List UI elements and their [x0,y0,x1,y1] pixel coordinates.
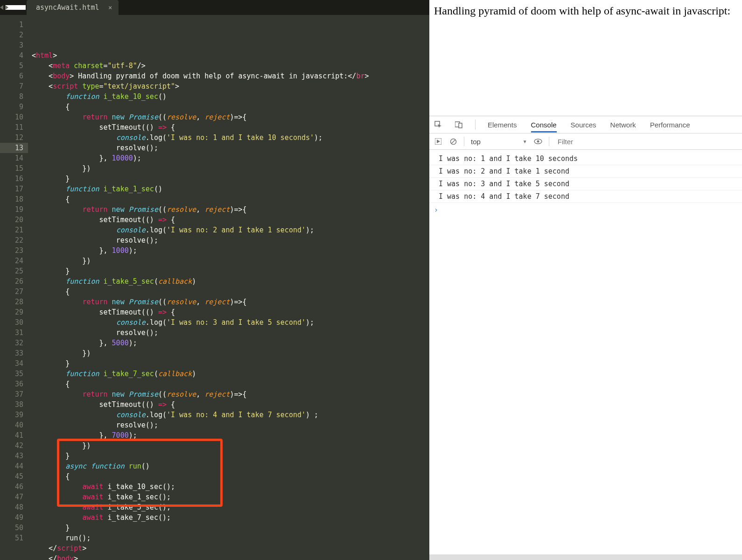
code-line: function i_take_1_sec() [32,184,429,194]
line-number: 27 [0,287,23,297]
devtools-tab-performance[interactable]: Performance [650,117,690,133]
bottom-strip [429,554,742,560]
close-icon[interactable]: × [108,4,112,11]
line-number: 17 [0,184,23,194]
editor-tab-active[interactable]: asyncAwait.html × [27,0,119,15]
code-line: } [32,451,429,461]
line-number: 43 [0,451,23,461]
code-line: setTimeout(() => { [32,122,429,133]
console-log-entry: I was no: 4 and I take 7 second [429,190,742,203]
code-area[interactable]: <html> <meta charset="utf-8"/> <body> Ha… [28,15,429,560]
line-number: 38 [0,399,23,410]
line-number: 46 [0,482,23,492]
inspect-element-icon[interactable] [434,120,442,129]
svg-point-7 [537,140,539,143]
line-number: 49 [0,512,23,523]
console-filter-input[interactable] [556,136,737,147]
editor-tabbar: asyncAwait.html × [0,0,429,15]
devtools-tabbar: ElementsConsoleSourcesNetworkPerformance [429,116,742,133]
line-number: 6 [0,71,23,81]
code-line: } [32,174,429,184]
code-line: await i_take_5_sec(); [32,502,429,512]
editor-nav-arrows[interactable] [0,0,26,15]
line-number: 31 [0,328,23,338]
line-number: 45 [0,471,23,482]
code-line: } [32,266,429,276]
line-number: 40 [0,420,23,430]
console-prompt[interactable]: › [429,203,742,217]
execution-play-icon[interactable] [434,137,442,146]
code-line: await i_take_1_sec(); [32,492,429,502]
line-number: 4 [0,50,23,61]
code-editor-panel: asyncAwait.html × 1234567891011121314151… [0,0,429,560]
line-number: 28 [0,297,23,307]
line-number: 35 [0,369,23,379]
clear-console-icon[interactable] [449,137,457,146]
line-number: 32 [0,338,23,348]
console-log-entry: I was no: 3 and I take 5 second [429,178,742,190]
execution-context-selector[interactable]: top ▼ [471,138,527,146]
line-number: 47 [0,492,23,502]
line-number: 36 [0,379,23,389]
device-toolbar-icon[interactable] [455,120,463,129]
code-line: <body> Handling pyramid of doom with hel… [32,71,429,81]
console-toolbar: top ▼ [429,133,742,150]
code-line: resolve(); [32,420,429,430]
code-line: { [32,194,429,204]
line-number: 11 [0,122,23,133]
line-number: 8 [0,91,23,102]
line-number: 15 [0,163,23,174]
code-line: async function run() [32,461,429,471]
code-line: return new Promise((resolve, reject)=>{ [32,297,429,307]
devtools-tab-console[interactable]: Console [531,117,557,133]
code-line: }, 1000); [32,245,429,256]
code-line: </script> [32,543,429,553]
code-line: await i_take_10_sec(); [32,482,429,492]
separator [475,119,476,130]
code-line: resolve(); [32,328,429,338]
line-number: 39 [0,410,23,420]
line-number: 33 [0,348,23,358]
code-line: { [32,287,429,297]
devtools-panel: ElementsConsoleSourcesNetworkPerformance… [429,116,742,554]
editor-tab-title: asyncAwait.html [36,3,99,12]
line-number: 5 [0,61,23,71]
code-line: setTimeout(() => { [32,215,429,225]
code-line: run(); [32,533,429,543]
code-line: <html> [32,50,429,61]
live-expression-icon[interactable] [534,137,542,146]
code-line: function i_take_10_sec() [32,91,429,102]
line-number: 21 [0,225,23,235]
code-line: }) [32,163,429,174]
devtools-tab-network[interactable]: Network [610,117,636,133]
line-number: 42 [0,441,23,451]
line-number: 7 [0,81,23,91]
line-number: 37 [0,389,23,399]
code-line: console.log('I was no: 2 and I take 1 se… [32,225,429,235]
code-line: console.log('I was no: 3 and I take 5 se… [32,317,429,328]
line-number: 13 [0,143,28,153]
line-number: 22 [0,235,23,245]
code-line: <meta charset="utf-8"/> [32,61,429,71]
line-number: 25 [0,266,23,276]
line-number: 10 [0,112,23,122]
code-line: } [32,523,429,533]
line-number: 12 [0,133,23,143]
code-line: { [32,379,429,389]
code-line: }, 7000); [32,430,429,441]
line-number: 16 [0,174,23,184]
separator [464,137,464,146]
devtools-tab-sources[interactable]: Sources [571,117,596,133]
code-line: }) [32,441,429,451]
devtools-tab-elements[interactable]: Elements [488,117,517,133]
editor-body: 1234567891011121314151617181920212223242… [0,15,429,560]
page-body-text: Handling pyramid of doom with help of as… [434,5,730,17]
code-line: }) [32,348,429,358]
console-output[interactable]: I was no: 1 and I take 10 secondsI was n… [429,150,742,554]
line-number: 9 [0,102,23,112]
code-line: }, 10000); [32,153,429,163]
svg-line-5 [451,140,455,143]
line-number: 29 [0,307,23,317]
line-number: 2 [0,30,23,40]
line-number: 19 [0,204,23,215]
